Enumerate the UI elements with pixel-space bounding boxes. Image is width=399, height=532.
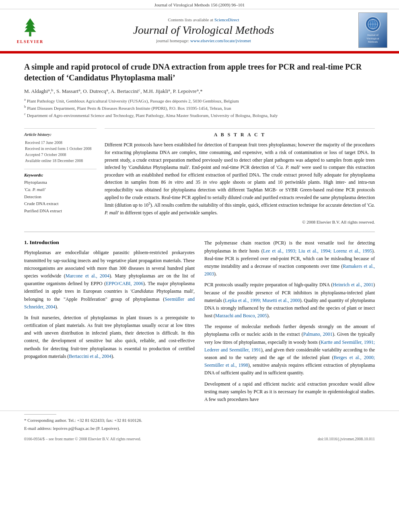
article-info-title: Article history: <box>24 132 97 137</box>
online-row: Available online 18 December 2008 <box>25 158 96 163</box>
ref-eppo[interactable]: EPPO/CABI, 2006 <box>106 281 143 286</box>
issn-text: 0166-0934/$ – see front matter © 2008 El… <box>24 437 141 441</box>
ref-marcone[interactable]: Marcone et al., 2004 <box>66 273 109 279</box>
online-text: Available online 18 December 2008 <box>25 158 96 163</box>
header-center: Contents lists available at ScienceDirec… <box>52 17 355 43</box>
col-left: 1. Introduction Phytoplasmas are endocel… <box>24 239 195 407</box>
bottom-bar: 0166-0934/$ – see front matter © 2008 El… <box>0 434 399 444</box>
top-bar: Journal of Virological Methods 156 (2009… <box>0 0 399 9</box>
sciencedirect-label: Contents lists available at <box>168 17 213 22</box>
abstract-italics-1: Candidatus <box>129 164 151 170</box>
body-italics-1: Candidatus <box>132 288 154 294</box>
ref-lepka[interactable]: Lepka et al., 1999; Musetti et al., 2000 <box>225 298 300 303</box>
header-right: Journal ofVirologicalMethods <box>355 12 391 48</box>
intro-col2-para-3: The response of molecular methods furthe… <box>204 323 375 377</box>
article-header: A simple and rapid protocol of crude DNA… <box>0 53 399 124</box>
footnote-email-line: E-mail address: lepoivre.p@fsagx.ac.be (… <box>24 425 375 432</box>
sciencedirect-line: Contents lists available at ScienceDirec… <box>52 17 355 22</box>
homepage-url[interactable]: www.elsevier.com/locate/jviromet <box>190 38 251 43</box>
elsevier-logo: ELSEVIER <box>17 16 44 44</box>
article-info-panel: Article history: Received 17 June 2008 R… <box>24 128 97 224</box>
intro-heading: 1. Introduction <box>24 239 195 246</box>
journal-citation: Journal of Virological Methods 156 (2009… <box>154 2 245 7</box>
journal-homepage: journal homepage: www.elsevier.com/locat… <box>52 38 355 43</box>
abstract-italics-2: Ca. P. mali <box>277 164 299 170</box>
ref-heinrich[interactable]: Heinrich et al., 2001 <box>333 282 373 288</box>
cover-circle-icon <box>367 18 378 30</box>
ref-lee1993[interactable]: Lee et al., 1993; Liu et al., 1994; Lore… <box>263 248 372 254</box>
keyword-ca-mali: 'Ca. P. mali' <box>24 187 45 192</box>
page-wrapper: Journal of Virological Methods 156 (2009… <box>0 0 399 444</box>
copyright-line: © 2008 Elsevier B.V. All rights reserved… <box>105 220 375 224</box>
revised-row: Received in revised form 1 October 2008 <box>25 146 96 151</box>
ref-seemuller[interactable]: Seemüller and Schneider, 2004 <box>24 296 195 310</box>
accepted-text: Accepted 7 October 2008 <box>25 152 96 157</box>
intro-para-2: In fruit nurseries, detection of phytopl… <box>24 314 195 360</box>
elsevier-tree-icon <box>18 16 42 39</box>
journal-cover: Journal ofVirologicalMethods <box>358 12 387 48</box>
col-right: The polymerase chain reaction (PCR) is t… <box>204 239 375 407</box>
footnote-divider <box>24 414 56 415</box>
elsevier-text: ELSEVIER <box>17 39 44 44</box>
ref-berges[interactable]: Berges et al., 2000; Seemüller et al., 1… <box>204 355 375 368</box>
sciencedirect-link[interactable]: ScienceDirect <box>214 17 239 22</box>
authors-text: M. Aldaghiᵃ,ᵇ, S. Massartᵃ, O. Dutrecqᵃ,… <box>24 88 203 94</box>
abstract-text: Different PCR protocols have been establ… <box>105 141 375 216</box>
revised-text: Received in revised form 1 October 2008 <box>25 146 96 151</box>
footnote-area: * Corresponding author. Tel.: +32 81 622… <box>0 411 399 434</box>
intro-col2-para-4: Development of a rapid and efficient nuc… <box>204 380 375 404</box>
keywords-section: Keywords: Phytoplasma 'Ca. P. mali' Dete… <box>24 169 97 214</box>
affiliation-b-text: Plant Diseases Department, Plant Pests &… <box>27 106 231 111</box>
journal-title-display: Journal of Virological Methods <box>52 24 355 37</box>
intro-col2-para-1: The polymerase chain reaction (PCR) is t… <box>204 239 375 278</box>
header-left: ELSEVIER <box>8 16 52 44</box>
section-divider <box>24 232 375 232</box>
abstract-italics-3: Ca. P. mali <box>105 202 375 216</box>
affiliation-c: c Department of Agro-environmental Scien… <box>24 111 375 119</box>
intro-col2-para-2: PCR protocols usually require preparatio… <box>204 281 375 320</box>
abstract-section: Article history: Received 17 June 2008 R… <box>0 124 399 228</box>
authors: M. Aldaghiᵃ,ᵇ, S. Massartᵃ, O. Dutrecqᵃ,… <box>24 88 375 94</box>
abstract-content: A B S T R A C T Different PCR protocols … <box>105 128 375 224</box>
body-columns: 1. Introduction Phytoplasmas are endocel… <box>0 235 399 411</box>
ref-kartte[interactable]: Kartte and Seemüller, 1991; Lederer and … <box>204 339 375 353</box>
ref-bertaccini[interactable]: Bertaccini et al., 2004 <box>69 353 111 359</box>
doi-text: doi:10.1016/j.jviromet.2008.10.011 <box>318 437 375 441</box>
article-history-table: Received 17 June 2008 Received in revise… <box>24 139 97 164</box>
svg-marker-3 <box>24 25 36 32</box>
received-text: Received 17 June 2008 <box>25 140 96 145</box>
homepage-label: journal homepage: <box>156 38 189 43</box>
affiliation-a: a Plant Pathology Unit, Gembloux Agricul… <box>24 97 375 104</box>
footnote-star-line: * Corresponding author. Tel.: +32 81 622… <box>24 417 375 424</box>
article-title: A simple and rapid protocol of crude DNA… <box>24 62 375 83</box>
affiliation-a-text: Plant Pathology Unit, Gembloux Agricultu… <box>27 99 239 103</box>
ref-palmano[interactable]: Palmano, 2001 <box>303 331 333 337</box>
abstract-invitro: in vitro <box>169 179 184 185</box>
affiliations: a Plant Pathology Unit, Gembloux Agricul… <box>24 97 375 119</box>
ref-ramakers[interactable]: Ramakers et al., 2003 <box>204 263 375 277</box>
keywords-title: Keywords: <box>24 173 97 177</box>
ref-marzachi[interactable]: Marzachi and Bosco, 2005 <box>215 313 267 318</box>
accepted-row: Accepted 7 October 2008 <box>25 152 96 157</box>
abstract-invivo: in vivo <box>203 179 218 185</box>
svg-rect-0 <box>29 32 31 37</box>
header-area: ELSEVIER Contents lists available at Sci… <box>0 9 399 52</box>
affiliation-c-text: Department of Agro-environmental Science… <box>27 113 278 118</box>
keywords-list: Phytoplasma 'Ca. P. mali' Detection Crud… <box>24 179 97 214</box>
received-row: Received 17 June 2008 <box>25 140 96 145</box>
cover-title-text: Journal ofVirologicalMethods <box>366 33 379 43</box>
cover-circle-graphic <box>365 16 380 32</box>
affiliation-b: b Plant Diseases Department, Plant Pests… <box>24 104 375 111</box>
intro-para-1: Phytoplasmas are endocellular obligate p… <box>24 249 195 311</box>
abstract-heading: A B S T R A C T <box>105 132 375 138</box>
article-title-text: A simple and rapid protocol of crude DNA… <box>24 62 362 82</box>
